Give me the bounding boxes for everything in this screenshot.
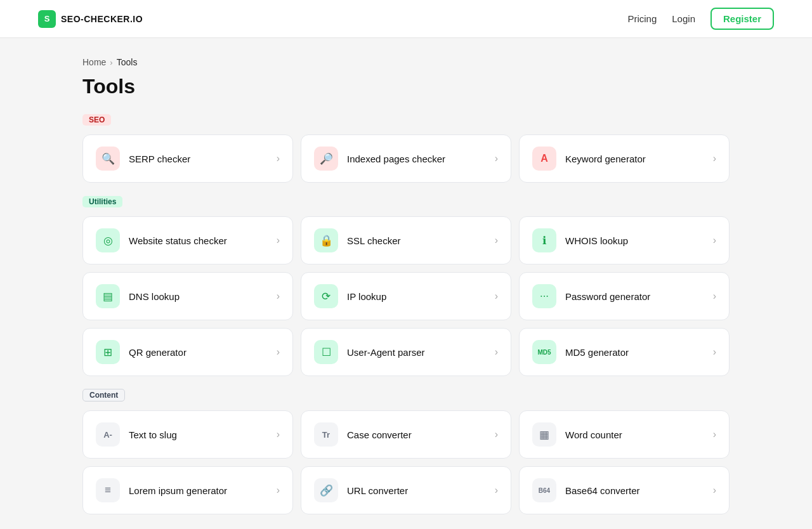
tool-card-left: ℹWHOIS lookup	[532, 228, 628, 252]
sections-container: SEO🔍SERP checker›🔎Indexed pages checker›…	[82, 114, 730, 514]
tool-icon: ⊞	[96, 340, 120, 364]
tool-card[interactable]: ▦Word counter›	[519, 410, 730, 459]
tool-name: Text to slug	[129, 429, 177, 440]
tool-card-left: TrCase converter	[314, 422, 412, 447]
section-2: ContentA-Text to slug›TrCase converter›▦…	[82, 389, 730, 514]
chevron-right-icon: ›	[495, 291, 498, 302]
chevron-right-icon: ›	[495, 235, 498, 246]
tool-icon: A-	[96, 422, 120, 447]
tool-name: User-Agent parser	[347, 347, 425, 358]
chevron-right-icon: ›	[495, 429, 498, 440]
section-0: SEO🔍SERP checker›🔎Indexed pages checker›…	[82, 114, 730, 183]
chevron-right-icon: ›	[713, 291, 716, 302]
tool-card-left: ⊞QR generator	[96, 340, 187, 364]
nav-pricing[interactable]: Pricing	[627, 13, 657, 24]
tool-name: Base64 converter	[565, 485, 640, 496]
page-title: Tools	[82, 75, 730, 98]
tool-icon: 🔗	[314, 478, 338, 502]
nav-login[interactable]: Login	[672, 13, 695, 24]
tool-name: DNS lookup	[129, 291, 180, 302]
chevron-right-icon: ›	[495, 346, 498, 358]
tool-name: Indexed pages checker	[347, 153, 445, 164]
tool-name: Lorem ipsum generator	[129, 485, 227, 496]
tool-name: SSL checker	[347, 235, 401, 246]
tool-card-left: ▤DNS lookup	[96, 284, 180, 308]
tool-name: IP lookup	[347, 291, 386, 302]
tool-card-left: 🔗URL converter	[314, 478, 408, 502]
tool-card[interactable]: ≡Lorem ipsum generator›	[82, 466, 293, 514]
breadcrumb-current: Tools	[117, 57, 138, 67]
main-content: Home › Tools Tools SEO🔍SERP checker›🔎Ind…	[70, 38, 742, 529]
tool-name: Word counter	[565, 429, 622, 440]
tool-card-left: MD5MD5 generator	[532, 340, 629, 364]
tool-icon: ⟳	[314, 284, 338, 308]
breadcrumb-separator: ›	[110, 58, 112, 67]
tool-card[interactable]: ···Password generator›	[519, 272, 730, 320]
tool-name: QR generator	[129, 347, 187, 358]
tool-card[interactable]: ▤DNS lookup›	[82, 272, 293, 320]
tool-name: Keyword generator	[565, 153, 646, 164]
nav-links: Pricing Login Register	[627, 8, 774, 30]
chevron-right-icon: ›	[277, 153, 280, 164]
tool-icon: MD5	[532, 340, 556, 364]
tool-card[interactable]: TrCase converter›	[301, 410, 511, 459]
logo-text: SEO-CHECKER.IO	[61, 14, 143, 24]
tool-icon: ···	[532, 284, 556, 308]
tool-card[interactable]: 🔒SSL checker›	[301, 216, 511, 264]
tool-card[interactable]: ☐User-Agent parser›	[301, 328, 511, 376]
tool-card[interactable]: ◎Website status checker›	[82, 216, 293, 264]
tool-card-left: ▦Word counter	[532, 422, 622, 447]
tool-grid-2: A-Text to slug›TrCase converter›▦Word co…	[82, 410, 730, 514]
chevron-right-icon: ›	[277, 235, 280, 246]
tool-card[interactable]: 🔗URL converter›	[301, 466, 511, 514]
tool-icon: ◎	[96, 228, 120, 252]
logo-icon: S	[38, 10, 56, 28]
tool-card[interactable]: 🔎Indexed pages checker›	[301, 134, 511, 183]
section-badge-2: Content	[82, 389, 125, 402]
chevron-right-icon: ›	[713, 485, 716, 496]
chevron-right-icon: ›	[495, 153, 498, 164]
tool-name: URL converter	[347, 485, 408, 496]
chevron-right-icon: ›	[277, 346, 280, 358]
tool-card[interactable]: ℹWHOIS lookup›	[519, 216, 730, 264]
tool-card[interactable]: AKeyword generator›	[519, 134, 730, 183]
tool-icon: ℹ	[532, 228, 556, 252]
tool-card-left: A-Text to slug	[96, 422, 177, 447]
breadcrumb: Home › Tools	[82, 57, 730, 67]
tool-card-left: 🔍SERP checker	[96, 147, 190, 171]
tool-card[interactable]: ⟳IP lookup›	[301, 272, 511, 320]
tool-card-left: AKeyword generator	[532, 147, 646, 171]
tool-icon: A	[532, 147, 556, 171]
tool-card-left: 🔒SSL checker	[314, 228, 401, 252]
tool-name: Website status checker	[129, 235, 227, 246]
tool-card[interactable]: A-Text to slug›	[82, 410, 293, 459]
chevron-right-icon: ›	[713, 346, 716, 358]
tool-name: WHOIS lookup	[565, 235, 628, 246]
tool-grid-0: 🔍SERP checker›🔎Indexed pages checker›AKe…	[82, 134, 730, 183]
tool-card-left: ◎Website status checker	[96, 228, 227, 252]
tool-icon: Tr	[314, 422, 338, 447]
section-1: Utilities◎Website status checker›🔒SSL ch…	[82, 195, 730, 376]
tool-card-left: ···Password generator	[532, 284, 650, 308]
tool-icon: ▤	[96, 284, 120, 308]
tool-card[interactable]: ⊞QR generator›	[82, 328, 293, 376]
section-badge-0: SEO	[82, 114, 111, 126]
tool-icon: 🔒	[314, 228, 338, 252]
tool-icon: ☐	[314, 340, 338, 364]
tool-icon: ▦	[532, 422, 556, 447]
logo[interactable]: S SEO-CHECKER.IO	[38, 10, 143, 28]
tool-icon: 🔍	[96, 147, 120, 171]
tool-card-left: ⟳IP lookup	[314, 284, 386, 308]
tool-card-left: ☐User-Agent parser	[314, 340, 425, 364]
chevron-right-icon: ›	[277, 485, 280, 496]
register-button[interactable]: Register	[710, 8, 774, 30]
chevron-right-icon: ›	[713, 153, 716, 164]
breadcrumb-home[interactable]: Home	[82, 57, 106, 67]
tool-icon: ≡	[96, 478, 120, 502]
tool-card[interactable]: MD5MD5 generator›	[519, 328, 730, 376]
tool-card[interactable]: 🔍SERP checker›	[82, 134, 293, 183]
tool-card[interactable]: B64Base64 converter›	[519, 466, 730, 514]
tool-icon: 🔎	[314, 147, 338, 171]
tool-card-left: ≡Lorem ipsum generator	[96, 478, 227, 502]
chevron-right-icon: ›	[713, 235, 716, 246]
